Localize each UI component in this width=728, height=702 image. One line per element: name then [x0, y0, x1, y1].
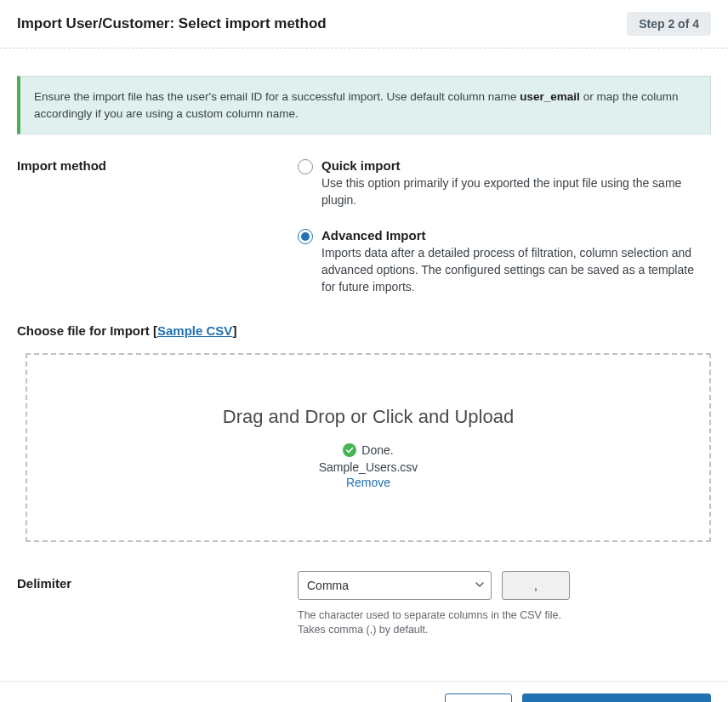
check-circle-icon: [343, 443, 356, 457]
import-method-label: Import method: [17, 158, 298, 295]
radio-advanced-import[interactable]: Advanced Import Imports data after a det…: [298, 228, 711, 296]
delimiter-input[interactable]: ,: [502, 571, 570, 600]
notice-text-pre: Ensure the import file has the user's em…: [34, 90, 520, 103]
choose-file-label: Choose file for Import [Sample CSV]: [17, 323, 711, 338]
page-title: Import User/Customer: Select import meth…: [17, 15, 327, 32]
back-button[interactable]: Back: [445, 693, 512, 702]
delimiter-label: Delimiter: [17, 571, 298, 591]
notice-bold: user_email: [520, 90, 580, 103]
radio-dot-icon: [301, 232, 310, 241]
quick-import-title: Quick import: [321, 158, 711, 173]
file-dropzone[interactable]: Drag and Drop or Click and Upload Done. …: [26, 353, 711, 542]
uploaded-filename: Sample_Users.csv: [44, 460, 692, 474]
done-text: Done.: [361, 443, 393, 457]
advanced-import-desc: Imports data after a detailed process of…: [321, 244, 711, 296]
delimiter-help: The character used to separate columns i…: [298, 608, 570, 638]
remove-file-link[interactable]: Remove: [44, 476, 692, 489]
radio-quick-import[interactable]: Quick import Use this option primarily i…: [298, 158, 711, 209]
step-badge: Step 2 of 4: [627, 12, 711, 36]
advanced-import-title: Advanced Import: [321, 228, 711, 243]
delimiter-select[interactable]: Comma: [298, 571, 492, 600]
next-button[interactable]: Step 3: Map import columns: [522, 693, 711, 702]
sample-csv-link[interactable]: Sample CSV: [157, 323, 232, 338]
quick-import-desc: Use this option primarily if you exporte…: [321, 174, 711, 209]
dropzone-title: Drag and Drop or Click and Upload: [44, 406, 692, 428]
radio-circle-icon: [298, 229, 313, 244]
radio-circle-icon: [298, 159, 313, 174]
info-notice: Ensure the import file has the user's em…: [17, 76, 711, 134]
